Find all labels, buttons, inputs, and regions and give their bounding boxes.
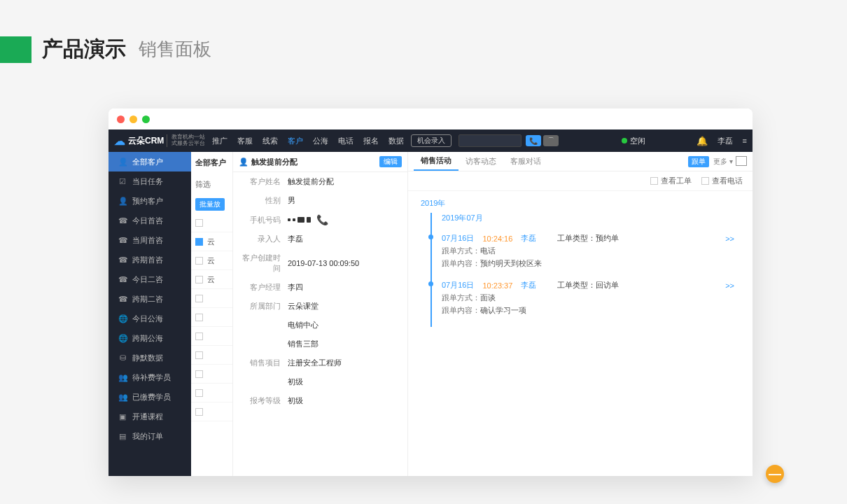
row-checkbox[interactable] [195,408,203,416]
collapse-fab-button[interactable]: — [766,465,784,483]
sidebar-item-1[interactable]: ☑当日任务 [108,172,191,191]
edit-button[interactable]: 编辑 [379,156,402,167]
cloud-icon: ☁ [114,134,125,148]
sidebar-item-0[interactable]: 👤全部客户 [108,152,191,172]
nav-item-1[interactable]: 客服 [237,136,253,146]
activity-tab-2[interactable]: 客服对话 [503,152,548,171]
entry-expand-button[interactable]: >> [725,234,740,243]
sidebar-item-label: 今日二咨 [132,274,163,285]
nav-item-7[interactable]: 数据 [388,136,404,146]
follow-badge[interactable]: 跟单 [688,156,709,167]
nav-item-5[interactable]: 电话 [338,136,354,146]
list-row[interactable] [191,346,232,365]
detail-title: 触发提前分配 [251,157,298,167]
window-minimize-icon[interactable] [130,115,137,123]
detail-label: 销售项目 [240,358,288,368]
page-title: 产品演示 [42,35,126,64]
sidebar-item-9[interactable]: 🌐跨期公海 [108,328,191,348]
list-row[interactable]: 云 [191,232,232,251]
sidebar-item-12[interactable]: 👥已缴费学员 [108,387,191,407]
detail-value: 电销中心 [288,320,318,330]
detail-value: 2019-07-13 00:09:50 [288,259,359,267]
sidebar-item-8[interactable]: 🌐今日公海 [108,309,191,328]
row-checkbox[interactable] [195,351,203,359]
brand-subtitle: 教育机构一站式服务云平台 [167,134,205,147]
activity-filter-bar: 查看工单 查看电话 [408,172,752,191]
row-checkbox[interactable] [195,370,203,378]
call-hangup-button[interactable]: ⌒ [543,135,559,146]
list-filter-label[interactable]: 筛选 [191,174,232,195]
sidebar-item-label: 已缴费学员 [132,392,171,402]
window-close-icon[interactable] [117,115,125,123]
view-calls-checkbox[interactable]: 查看电话 [701,176,743,186]
detail-row: 录入人李磊 [233,230,407,248]
person-icon: 👤 [239,158,248,167]
nav-item-6[interactable]: 报名 [363,136,379,146]
timeline-entry: 07月16日10:24:16李磊工单类型：预约单>>跟单方式：电话跟单内容：预约… [442,229,740,276]
row-checkbox[interactable] [195,314,203,321]
nav-item-2[interactable]: 线索 [262,136,278,146]
list-row[interactable] [191,327,232,346]
detail-value: 李四 [288,282,303,293]
entry-expand-button[interactable]: >> [725,281,740,290]
sidebar-item-11[interactable]: 👥待补费学员 [108,368,191,387]
new-window-icon[interactable] [737,158,747,166]
list-row[interactable] [191,308,232,327]
list-row[interactable] [191,402,232,421]
sidebar-item-label: 待补费学员 [132,372,171,383]
sidebar-item-7[interactable]: ☎跨期二咨 [108,289,191,309]
detail-row: 客户经理李四 [233,278,407,297]
activity-tab-1[interactable]: 访客动态 [458,152,503,171]
list-row[interactable] [191,384,232,402]
activity-tab-0[interactable]: 销售活动 [414,152,458,171]
activity-tabs: 销售活动访客动态客服对话 跟单 更多 ▾ [408,152,752,172]
detail-row: 客户创建时间2019-07-13 00:09:50 [233,248,407,278]
detail-label: 客户经理 [240,282,288,293]
search-input[interactable] [458,134,522,147]
sidebar-item-14[interactable]: ▤我的订单 [108,426,191,446]
sidebar-item-13[interactable]: ▣开通课程 [108,407,191,426]
row-checkbox[interactable] [195,257,203,265]
notification-bell-icon[interactable]: 🔔 [696,136,708,146]
call-answer-button[interactable]: 📞 [526,135,541,146]
current-user[interactable]: 李磊 [718,136,733,146]
row-checkbox[interactable] [195,238,203,246]
menu-icon[interactable]: ≡ [743,136,747,145]
row-checkbox[interactable] [195,276,203,284]
list-row[interactable] [191,214,232,232]
opportunity-entry-button[interactable]: 机会录入 [411,134,451,147]
sidebar-item-5[interactable]: ☎跨期首咨 [108,250,191,270]
more-dropdown[interactable]: 更多 ▾ [713,157,733,167]
customer-list-panel: 全部客户 筛选 批量放 云云云 [191,152,233,476]
brand-logo: ☁ 云朵CRM 教育机构一站式服务云平台 [114,134,205,148]
timeline-year: 2019年 [421,198,740,209]
row-checkbox[interactable] [195,389,203,397]
list-row[interactable]: 云 [191,270,232,289]
nav-item-4[interactable]: 公海 [313,136,328,146]
sidebar-item-label: 当周首咨 [132,235,163,246]
sidebar-item-10[interactable]: ⛁静默数据 [108,348,191,368]
row-checkbox[interactable] [195,295,203,302]
entry-type: 工单类型：回访单 [557,280,619,290]
row-checkbox[interactable] [195,219,203,227]
nav-item-0[interactable]: 推广 [212,136,227,146]
call-icon[interactable]: 📞 [316,214,328,225]
list-header: 全部客户 [191,152,232,174]
nav-item-3[interactable]: 客户 [288,136,303,146]
list-row[interactable] [191,289,232,308]
list-row[interactable] [191,365,232,384]
detail-value: 销售三部 [288,339,318,349]
sidebar-item-3[interactable]: ☎今日首咨 [108,211,191,230]
detail-label: 客户姓名 [240,176,288,187]
sidebar-item-4[interactable]: ☎当周首咨 [108,230,191,250]
sidebar-item-6[interactable]: ☎今日二咨 [108,270,191,289]
sidebar-icon: ☎ [118,275,127,284]
list-row[interactable]: 云 [191,251,232,270]
view-tickets-checkbox[interactable]: 查看工单 [650,176,692,186]
timeline-month: 2019年07月 [442,213,740,223]
sidebar-item-2[interactable]: 👤预约客户 [108,191,191,211]
window-zoom-icon[interactable] [142,115,150,123]
row-checkbox[interactable] [195,332,203,340]
batch-release-button[interactable]: 批量放 [195,198,225,211]
detail-row: 性别男 [233,191,407,210]
